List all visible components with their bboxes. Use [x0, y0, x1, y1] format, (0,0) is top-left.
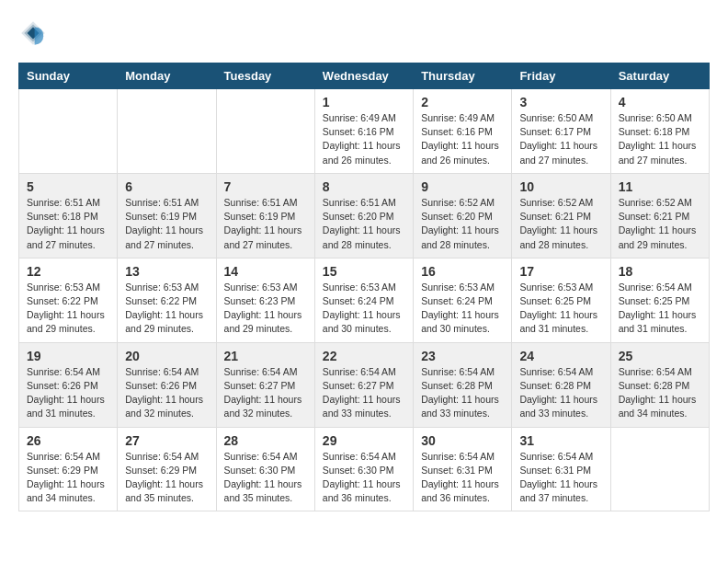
calendar-cell	[118, 89, 216, 174]
day-number: 3	[519, 95, 602, 109]
day-info: Sunrise: 6:54 AM Sunset: 6:31 PM Dayligh…	[421, 450, 504, 506]
day-number: 14	[224, 264, 307, 279]
calendar-cell: 4Sunrise: 6:50 AM Sunset: 6:18 PM Daylig…	[610, 89, 709, 174]
day-info: Sunrise: 6:53 AM Sunset: 6:22 PM Dayligh…	[125, 281, 208, 337]
day-info: Sunrise: 6:54 AM Sunset: 6:28 PM Dayligh…	[519, 365, 602, 421]
weekday-header-tuesday: Tuesday	[216, 63, 314, 89]
day-number: 17	[519, 264, 602, 279]
day-info: Sunrise: 6:51 AM Sunset: 6:19 PM Dayligh…	[224, 196, 307, 252]
day-number: 11	[619, 179, 701, 194]
day-info: Sunrise: 6:53 AM Sunset: 6:23 PM Dayligh…	[224, 281, 307, 337]
day-info: Sunrise: 6:49 AM Sunset: 6:16 PM Dayligh…	[323, 111, 405, 167]
day-number: 27	[125, 433, 208, 448]
day-number: 24	[519, 349, 602, 363]
day-info: Sunrise: 6:54 AM Sunset: 6:29 PM Dayligh…	[125, 450, 208, 506]
calendar-cell: 13Sunrise: 6:53 AM Sunset: 6:22 PM Dayli…	[118, 258, 216, 342]
day-number: 10	[519, 179, 602, 194]
weekday-header-sunday: Sunday	[19, 63, 118, 89]
calendar-cell: 21Sunrise: 6:54 AM Sunset: 6:27 PM Dayli…	[216, 342, 314, 427]
day-info: Sunrise: 6:54 AM Sunset: 6:31 PM Dayligh…	[519, 450, 602, 506]
calendar-cell: 22Sunrise: 6:54 AM Sunset: 6:27 PM Dayli…	[314, 342, 413, 427]
day-number: 18	[619, 264, 701, 279]
calendar-header-row: SundayMondayTuesdayWednesdayThursdayFrid…	[19, 63, 710, 89]
calendar-week-4: 19Sunrise: 6:54 AM Sunset: 6:26 PM Dayli…	[19, 342, 710, 427]
calendar-cell: 24Sunrise: 6:54 AM Sunset: 6:28 PM Dayli…	[512, 342, 610, 427]
day-info: Sunrise: 6:52 AM Sunset: 6:21 PM Dayligh…	[519, 196, 602, 252]
day-number: 31	[519, 433, 602, 448]
day-number: 16	[421, 264, 504, 279]
day-info: Sunrise: 6:50 AM Sunset: 6:17 PM Dayligh…	[519, 111, 602, 167]
calendar-cell: 19Sunrise: 6:54 AM Sunset: 6:26 PM Dayli…	[19, 342, 118, 427]
calendar-week-1: 1Sunrise: 6:49 AM Sunset: 6:16 PM Daylig…	[19, 89, 710, 174]
day-number: 7	[224, 179, 307, 194]
calendar-cell: 6Sunrise: 6:51 AM Sunset: 6:19 PM Daylig…	[118, 173, 216, 258]
day-number: 30	[421, 433, 504, 448]
calendar-cell: 27Sunrise: 6:54 AM Sunset: 6:29 PM Dayli…	[118, 427, 216, 511]
calendar-week-5: 26Sunrise: 6:54 AM Sunset: 6:29 PM Dayli…	[19, 427, 710, 511]
calendar-cell: 17Sunrise: 6:53 AM Sunset: 6:25 PM Dayli…	[512, 258, 610, 342]
day-info: Sunrise: 6:54 AM Sunset: 6:26 PM Dayligh…	[27, 365, 109, 421]
day-number: 5	[27, 179, 109, 194]
weekday-header-saturday: Saturday	[610, 63, 709, 89]
calendar-cell: 26Sunrise: 6:54 AM Sunset: 6:29 PM Dayli…	[19, 427, 118, 511]
day-number: 28	[224, 433, 307, 448]
page-header	[18, 18, 710, 48]
day-info: Sunrise: 6:53 AM Sunset: 6:25 PM Dayligh…	[519, 281, 602, 337]
day-info: Sunrise: 6:52 AM Sunset: 6:21 PM Dayligh…	[619, 196, 701, 252]
day-info: Sunrise: 6:52 AM Sunset: 6:20 PM Dayligh…	[421, 196, 504, 252]
calendar-table: SundayMondayTuesdayWednesdayThursdayFrid…	[18, 63, 710, 511]
day-info: Sunrise: 6:54 AM Sunset: 6:25 PM Dayligh…	[619, 281, 701, 337]
calendar-cell: 7Sunrise: 6:51 AM Sunset: 6:19 PM Daylig…	[216, 173, 314, 258]
day-info: Sunrise: 6:51 AM Sunset: 6:20 PM Dayligh…	[323, 196, 405, 252]
calendar-cell: 10Sunrise: 6:52 AM Sunset: 6:21 PM Dayli…	[512, 173, 610, 258]
day-number: 2	[421, 95, 504, 109]
weekday-header-friday: Friday	[512, 63, 610, 89]
day-info: Sunrise: 6:53 AM Sunset: 6:24 PM Dayligh…	[323, 281, 405, 337]
calendar-cell: 3Sunrise: 6:50 AM Sunset: 6:17 PM Daylig…	[512, 89, 610, 174]
calendar-week-2: 5Sunrise: 6:51 AM Sunset: 6:18 PM Daylig…	[19, 173, 710, 258]
calendar-cell: 20Sunrise: 6:54 AM Sunset: 6:26 PM Dayli…	[118, 342, 216, 427]
day-number: 12	[27, 264, 109, 279]
logo	[18, 18, 51, 48]
calendar-cell: 8Sunrise: 6:51 AM Sunset: 6:20 PM Daylig…	[314, 173, 413, 258]
day-info: Sunrise: 6:54 AM Sunset: 6:27 PM Dayligh…	[323, 365, 405, 421]
calendar-cell: 1Sunrise: 6:49 AM Sunset: 6:16 PM Daylig…	[314, 89, 413, 174]
day-number: 21	[224, 349, 307, 363]
weekday-header-thursday: Thursday	[414, 63, 512, 89]
calendar-cell: 28Sunrise: 6:54 AM Sunset: 6:30 PM Dayli…	[216, 427, 314, 511]
calendar-week-3: 12Sunrise: 6:53 AM Sunset: 6:22 PM Dayli…	[19, 258, 710, 342]
weekday-header-monday: Monday	[118, 63, 216, 89]
day-info: Sunrise: 6:54 AM Sunset: 6:30 PM Dayligh…	[323, 450, 405, 506]
day-number: 22	[323, 349, 405, 363]
calendar-cell: 16Sunrise: 6:53 AM Sunset: 6:24 PM Dayli…	[414, 258, 512, 342]
day-info: Sunrise: 6:49 AM Sunset: 6:16 PM Dayligh…	[421, 111, 504, 167]
calendar-cell: 23Sunrise: 6:54 AM Sunset: 6:28 PM Dayli…	[414, 342, 512, 427]
day-number: 8	[323, 179, 405, 194]
day-info: Sunrise: 6:54 AM Sunset: 6:28 PM Dayligh…	[421, 365, 504, 421]
calendar-cell	[19, 89, 118, 174]
weekday-header-wednesday: Wednesday	[314, 63, 413, 89]
day-number: 13	[125, 264, 208, 279]
calendar-cell: 31Sunrise: 6:54 AM Sunset: 6:31 PM Dayli…	[512, 427, 610, 511]
day-number: 6	[125, 179, 208, 194]
calendar-cell: 14Sunrise: 6:53 AM Sunset: 6:23 PM Dayli…	[216, 258, 314, 342]
day-info: Sunrise: 6:50 AM Sunset: 6:18 PM Dayligh…	[619, 111, 701, 167]
day-number: 20	[125, 349, 208, 363]
day-info: Sunrise: 6:51 AM Sunset: 6:18 PM Dayligh…	[27, 196, 109, 252]
day-info: Sunrise: 6:54 AM Sunset: 6:26 PM Dayligh…	[125, 365, 208, 421]
day-info: Sunrise: 6:51 AM Sunset: 6:19 PM Dayligh…	[125, 196, 208, 252]
day-number: 23	[421, 349, 504, 363]
calendar-body: 1Sunrise: 6:49 AM Sunset: 6:16 PM Daylig…	[19, 89, 710, 511]
day-number: 1	[323, 95, 405, 109]
day-info: Sunrise: 6:54 AM Sunset: 6:27 PM Dayligh…	[224, 365, 307, 421]
calendar-cell	[610, 427, 709, 511]
calendar-cell: 25Sunrise: 6:54 AM Sunset: 6:28 PM Dayli…	[610, 342, 709, 427]
calendar-cell: 9Sunrise: 6:52 AM Sunset: 6:20 PM Daylig…	[414, 173, 512, 258]
day-number: 25	[619, 349, 701, 363]
day-number: 15	[323, 264, 405, 279]
day-info: Sunrise: 6:54 AM Sunset: 6:28 PM Dayligh…	[619, 365, 701, 421]
calendar-cell: 12Sunrise: 6:53 AM Sunset: 6:22 PM Dayli…	[19, 258, 118, 342]
calendar-cell: 15Sunrise: 6:53 AM Sunset: 6:24 PM Dayli…	[314, 258, 413, 342]
day-info: Sunrise: 6:54 AM Sunset: 6:29 PM Dayligh…	[27, 450, 109, 506]
calendar-cell: 30Sunrise: 6:54 AM Sunset: 6:31 PM Dayli…	[414, 427, 512, 511]
